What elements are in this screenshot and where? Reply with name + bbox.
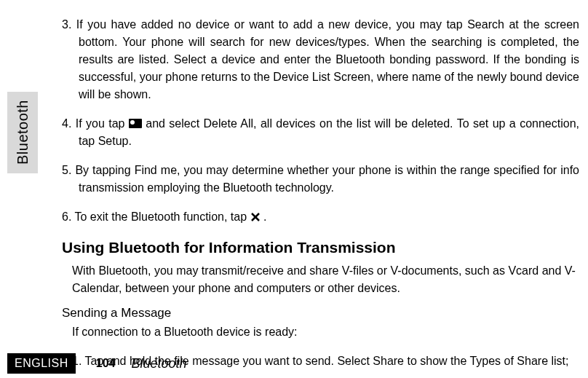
step-6: 6. To exit the Bluetooth function, tap .: [62, 208, 579, 226]
step-6-pre: 6. To exit the Bluetooth function, tap: [62, 210, 250, 223]
step-4: 4. If you tap and select Delete All, all…: [62, 115, 579, 150]
page-number: 104: [96, 357, 116, 370]
page-footer: ENGLISH 104 Bluetooth: [7, 353, 579, 374]
sub-title: Sending a Message: [62, 306, 579, 320]
section-paragraph: With Bluetooth, you may transmit/receive…: [62, 262, 579, 297]
close-icon: [250, 212, 261, 222]
side-tab-bluetooth: Bluetooth: [7, 92, 38, 173]
language-badge: ENGLISH: [7, 353, 76, 374]
step-6-post: .: [261, 210, 267, 223]
step-3: 3. If you have added no device or want t…: [62, 16, 579, 103]
page-content: 3. If you have added no device or want t…: [62, 4, 579, 377]
sub-lead: If connection to a Bluetooth device is r…: [62, 323, 579, 341]
side-tab-label: Bluetooth: [15, 100, 31, 165]
step-5: 5. By tapping Find me, you may determine…: [62, 162, 579, 197]
step-4-pre: 4. If you tap: [62, 117, 129, 130]
section-title: Using Bluetooth for Information Transmis…: [62, 239, 579, 256]
menu-icon: [129, 119, 142, 128]
footer-section-name: Bluetooth: [131, 356, 186, 371]
step-4-post: and select Delete All, all devices on th…: [79, 117, 579, 147]
